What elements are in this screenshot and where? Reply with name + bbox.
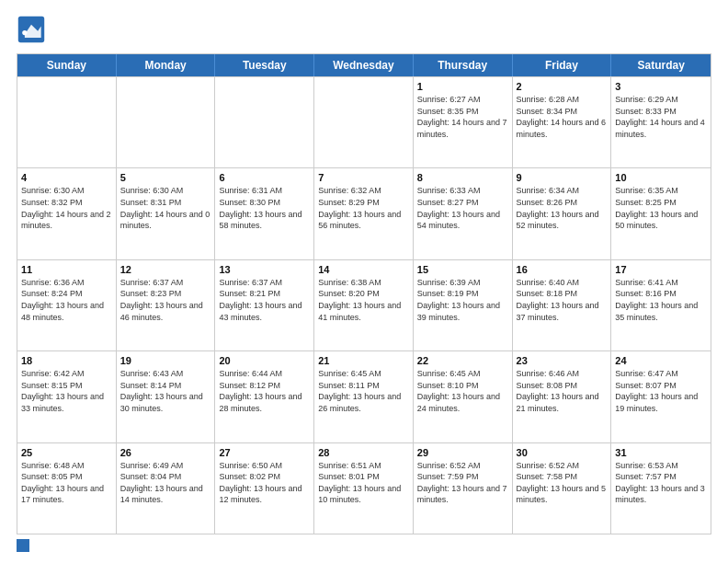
day-info: Sunrise: 6:41 AM Sunset: 8:16 PM Dayligh… [615, 277, 707, 323]
day-number: 8 [417, 172, 508, 183]
day-number: 20 [219, 355, 310, 366]
day-number: 2 [517, 81, 608, 92]
day-number: 19 [120, 355, 211, 366]
day-info: Sunrise: 6:52 AM Sunset: 7:59 PM Dayligh… [417, 460, 508, 506]
day-info: Sunrise: 6:44 AM Sunset: 8:12 PM Dayligh… [219, 368, 310, 414]
logo [17, 15, 50, 44]
cal-cell: 19Sunrise: 6:43 AM Sunset: 8:14 PM Dayli… [117, 351, 216, 442]
cal-cell: 14Sunrise: 6:38 AM Sunset: 8:20 PM Dayli… [314, 260, 414, 350]
day-number: 22 [417, 355, 508, 366]
cal-cell: 15Sunrise: 6:39 AM Sunset: 8:19 PM Dayli… [414, 260, 513, 350]
day-info: Sunrise: 6:40 AM Sunset: 8:18 PM Dayligh… [517, 277, 608, 323]
header-day-thursday: Thursday [414, 54, 513, 76]
day-number: 21 [318, 355, 409, 366]
day-info: Sunrise: 6:46 AM Sunset: 8:08 PM Dayligh… [517, 368, 608, 414]
cal-cell: 6Sunrise: 6:31 AM Sunset: 8:30 PM Daylig… [215, 168, 314, 259]
day-info: Sunrise: 6:51 AM Sunset: 8:01 PM Dayligh… [318, 460, 409, 506]
cal-cell: 20Sunrise: 6:44 AM Sunset: 8:12 PM Dayli… [215, 351, 314, 442]
cal-cell: 13Sunrise: 6:37 AM Sunset: 8:21 PM Dayli… [215, 260, 314, 350]
day-info: Sunrise: 6:45 AM Sunset: 8:10 PM Dayligh… [417, 368, 508, 414]
cal-cell: 2Sunrise: 6:28 AM Sunset: 8:34 PM Daylig… [513, 77, 612, 167]
cal-cell: 4Sunrise: 6:30 AM Sunset: 8:32 PM Daylig… [17, 168, 117, 259]
day-number: 16 [517, 264, 608, 275]
cal-cell: 9Sunrise: 6:34 AM Sunset: 8:26 PM Daylig… [513, 168, 612, 259]
day-info: Sunrise: 6:33 AM Sunset: 8:27 PM Dayligh… [417, 185, 508, 231]
day-number: 10 [615, 172, 707, 183]
header-day-tuesday: Tuesday [215, 54, 314, 76]
cal-cell: 22Sunrise: 6:45 AM Sunset: 8:10 PM Dayli… [414, 351, 513, 442]
header-day-wednesday: Wednesday [314, 54, 414, 76]
day-info: Sunrise: 6:52 AM Sunset: 7:58 PM Dayligh… [517, 460, 608, 506]
cal-cell: 8Sunrise: 6:33 AM Sunset: 8:27 PM Daylig… [414, 168, 513, 259]
day-info: Sunrise: 6:45 AM Sunset: 8:11 PM Dayligh… [318, 368, 409, 414]
day-info: Sunrise: 6:37 AM Sunset: 8:21 PM Dayligh… [219, 277, 310, 323]
day-number: 14 [318, 264, 409, 275]
cal-cell [314, 77, 414, 167]
day-number: 24 [615, 355, 707, 366]
cal-cell: 29Sunrise: 6:52 AM Sunset: 7:59 PM Dayli… [414, 443, 513, 534]
note-swatch [17, 539, 29, 552]
cal-cell: 3Sunrise: 6:29 AM Sunset: 8:33 PM Daylig… [611, 77, 711, 167]
cal-cell: 24Sunrise: 6:47 AM Sunset: 8:07 PM Dayli… [611, 351, 711, 442]
day-number: 18 [21, 355, 112, 366]
day-info: Sunrise: 6:48 AM Sunset: 8:05 PM Dayligh… [21, 460, 112, 506]
cal-cell: 7Sunrise: 6:32 AM Sunset: 8:29 PM Daylig… [314, 168, 414, 259]
day-info: Sunrise: 6:30 AM Sunset: 8:32 PM Dayligh… [21, 185, 112, 231]
day-info: Sunrise: 6:34 AM Sunset: 8:26 PM Dayligh… [517, 185, 608, 231]
day-number: 15 [417, 264, 508, 275]
cal-cell: 16Sunrise: 6:40 AM Sunset: 8:18 PM Dayli… [513, 260, 612, 350]
day-info: Sunrise: 6:39 AM Sunset: 8:19 PM Dayligh… [417, 277, 508, 323]
week-row-4: 18Sunrise: 6:42 AM Sunset: 8:15 PM Dayli… [17, 350, 711, 442]
cal-cell [215, 77, 314, 167]
day-number: 27 [219, 447, 310, 458]
day-info: Sunrise: 6:29 AM Sunset: 8:33 PM Dayligh… [615, 94, 707, 140]
week-row-2: 4Sunrise: 6:30 AM Sunset: 8:32 PM Daylig… [17, 167, 711, 259]
day-number: 6 [219, 172, 310, 183]
page: SundayMondayTuesdayWednesdayThursdayFrid… [0, 0, 728, 563]
day-info: Sunrise: 6:27 AM Sunset: 8:35 PM Dayligh… [417, 94, 508, 140]
day-number: 31 [615, 447, 707, 458]
day-number: 3 [615, 81, 707, 92]
cal-cell [117, 77, 216, 167]
cal-cell: 25Sunrise: 6:48 AM Sunset: 8:05 PM Dayli… [17, 443, 117, 534]
note-row [17, 534, 711, 554]
cal-cell: 17Sunrise: 6:41 AM Sunset: 8:16 PM Dayli… [611, 260, 711, 350]
svg-point-2 [22, 30, 27, 35]
day-number: 1 [417, 81, 508, 92]
day-number: 29 [417, 447, 508, 458]
day-info: Sunrise: 6:37 AM Sunset: 8:23 PM Dayligh… [120, 277, 211, 323]
day-info: Sunrise: 6:35 AM Sunset: 8:25 PM Dayligh… [615, 185, 707, 231]
day-info: Sunrise: 6:36 AM Sunset: 8:24 PM Dayligh… [21, 277, 112, 323]
logo-icon [17, 15, 46, 44]
day-number: 9 [517, 172, 608, 183]
day-number: 5 [120, 172, 211, 183]
header-day-friday: Friday [513, 54, 612, 76]
cal-cell: 21Sunrise: 6:45 AM Sunset: 8:11 PM Dayli… [314, 351, 414, 442]
cal-cell: 10Sunrise: 6:35 AM Sunset: 8:25 PM Dayli… [611, 168, 711, 259]
day-info: Sunrise: 6:30 AM Sunset: 8:31 PM Dayligh… [120, 185, 211, 231]
header-day-saturday: Saturday [611, 54, 711, 76]
cal-cell: 26Sunrise: 6:49 AM Sunset: 8:04 PM Dayli… [117, 443, 216, 534]
header-day-sunday: Sunday [17, 54, 117, 76]
day-number: 25 [21, 447, 112, 458]
day-number: 23 [517, 355, 608, 366]
cal-cell: 23Sunrise: 6:46 AM Sunset: 8:08 PM Dayli… [513, 351, 612, 442]
day-number: 12 [120, 264, 211, 275]
day-number: 17 [615, 264, 707, 275]
day-number: 11 [21, 264, 112, 275]
calendar: SundayMondayTuesdayWednesdayThursdayFrid… [17, 53, 711, 534]
day-info: Sunrise: 6:47 AM Sunset: 8:07 PM Dayligh… [615, 368, 707, 414]
day-number: 4 [21, 172, 112, 183]
day-number: 26 [120, 447, 211, 458]
week-row-5: 25Sunrise: 6:48 AM Sunset: 8:05 PM Dayli… [17, 442, 711, 534]
week-row-1: 1Sunrise: 6:27 AM Sunset: 8:35 PM Daylig… [17, 76, 711, 167]
day-number: 13 [219, 264, 310, 275]
cal-cell: 30Sunrise: 6:52 AM Sunset: 7:58 PM Dayli… [513, 443, 612, 534]
day-info: Sunrise: 6:53 AM Sunset: 7:57 PM Dayligh… [615, 460, 707, 506]
day-info: Sunrise: 6:50 AM Sunset: 8:02 PM Dayligh… [219, 460, 310, 506]
day-info: Sunrise: 6:28 AM Sunset: 8:34 PM Dayligh… [517, 94, 608, 140]
calendar-header: SundayMondayTuesdayWednesdayThursdayFrid… [17, 54, 711, 76]
day-number: 28 [318, 447, 409, 458]
header-day-monday: Monday [117, 54, 216, 76]
day-number: 30 [517, 447, 608, 458]
